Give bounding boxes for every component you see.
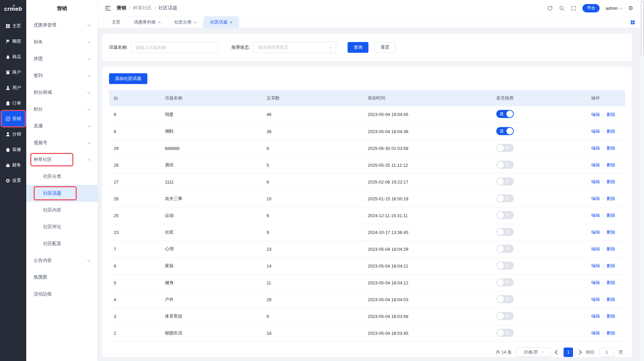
- recommend-toggle[interactable]: 否: [496, 295, 514, 303]
- menu-item-live[interactable]: 直播: [26, 118, 98, 134]
- rail-item-finance[interactable]: 财务: [0, 157, 26, 173]
- menu-item-community-comment[interactable]: 社区评论: [26, 218, 98, 235]
- menu-item-atmosphere[interactable]: 氛围图: [26, 269, 98, 286]
- delete-link[interactable]: 删除: [606, 179, 615, 184]
- close-icon[interactable]: ×: [194, 20, 197, 25]
- fullscreen-icon[interactable]: [571, 5, 576, 11]
- recommend-toggle[interactable]: 否: [496, 278, 514, 286]
- platform-badge[interactable]: 平台: [582, 4, 600, 12]
- menu-item-community-topic[interactable]: 社区话题: [26, 185, 98, 202]
- user-menu[interactable]: admin: [606, 6, 622, 11]
- rail-item-user[interactable]: 用户: [0, 80, 26, 95]
- delete-link[interactable]: 删除: [606, 146, 615, 151]
- add-topic-button[interactable]: 添加社区话题: [109, 73, 147, 84]
- edit-link[interactable]: 编辑: [591, 146, 600, 151]
- close-icon[interactable]: ×: [158, 20, 161, 25]
- recommend-toggle[interactable]: 否: [496, 262, 514, 270]
- recommend-toggle[interactable]: 否: [496, 312, 514, 320]
- recommend-toggle[interactable]: 否: [496, 228, 514, 236]
- edit-link[interactable]: 编辑: [591, 246, 600, 251]
- rail-item-decorate[interactable]: 装修: [0, 142, 26, 157]
- page-size-select[interactable]: 20条/页: [516, 348, 551, 357]
- breadcrumb-seeding-community[interactable]: 种草社区: [133, 5, 152, 11]
- rail-item-goods[interactable]: 商品: [0, 49, 26, 65]
- topic-name-input[interactable]: [131, 42, 218, 53]
- menu-item-seckill[interactable]: 秒杀: [26, 34, 98, 50]
- edit-link[interactable]: 编辑: [591, 263, 600, 268]
- search-button[interactable]: 查询: [348, 42, 368, 53]
- edit-link[interactable]: 编辑: [591, 297, 600, 302]
- menu-item-points[interactable]: 积分: [26, 101, 98, 118]
- delete-link[interactable]: 删除: [606, 280, 615, 285]
- table-row: 26农夫三拳102025-01-15 16:50:19否编辑|删除: [109, 190, 625, 207]
- edit-link[interactable]: 编辑: [591, 230, 600, 235]
- menu-item-video-account[interactable]: 视频号: [26, 134, 98, 151]
- recommend-toggle[interactable]: 否: [496, 329, 514, 337]
- recommend-toggle[interactable]: 是: [496, 127, 514, 135]
- rail-item-distribution[interactable]: 分销: [0, 126, 26, 142]
- menu-item-points-mall[interactable]: 积分商城: [26, 84, 98, 101]
- menu-item-community-content[interactable]: 社区内容: [26, 202, 98, 218]
- menu-item-seeding-community[interactable]: 种草社区: [26, 151, 98, 168]
- edit-link[interactable]: 编辑: [591, 179, 600, 184]
- delete-link[interactable]: 删除: [606, 230, 615, 235]
- edit-link[interactable]: 编辑: [591, 112, 600, 117]
- breadcrumb-marketing[interactable]: 营销: [117, 5, 126, 11]
- rail-item-marketing[interactable]: 营销: [0, 111, 26, 126]
- delete-link[interactable]: 删除: [606, 162, 615, 167]
- rail-item-settings[interactable]: 设置: [0, 173, 26, 188]
- menu-item-sign-in[interactable]: 签到: [26, 67, 98, 84]
- recommend-toggle[interactable]: 否: [496, 144, 514, 152]
- menu-item-group-buy[interactable]: 拼团: [26, 50, 98, 67]
- delete-link[interactable]: 删除: [606, 263, 615, 268]
- recommend-toggle[interactable]: 否: [496, 161, 514, 169]
- collapse-menu-icon[interactable]: [105, 6, 111, 10]
- delete-link[interactable]: 删除: [606, 112, 615, 117]
- delete-link[interactable]: 删除: [606, 213, 615, 218]
- close-icon[interactable]: ×: [230, 20, 232, 25]
- recommend-toggle[interactable]: 否: [496, 177, 514, 186]
- delete-link[interactable]: 删除: [606, 246, 615, 251]
- rail-item-circle[interactable]: 圈层: [0, 34, 26, 49]
- delete-link[interactable]: 删除: [606, 314, 615, 319]
- menu-item-community-config[interactable]: 社区配置: [26, 235, 98, 252]
- rail-item-home[interactable]: 主页: [0, 18, 26, 34]
- goto-page-input[interactable]: [599, 348, 614, 357]
- recommend-toggle[interactable]: 否: [496, 194, 514, 202]
- delete-link[interactable]: 删除: [606, 330, 615, 335]
- next-page-icon[interactable]: [577, 350, 582, 354]
- edit-link[interactable]: 编辑: [591, 314, 600, 319]
- search-icon[interactable]: [559, 5, 565, 11]
- menu-item-community-category[interactable]: 社区分类: [26, 168, 98, 185]
- recommend-toggle[interactable]: 否: [496, 245, 514, 253]
- edit-link[interactable]: 编辑: [591, 280, 600, 285]
- tab-community-category[interactable]: 社区分类×: [168, 16, 204, 28]
- menu-item-coupon-manage[interactable]: 优惠券管理: [26, 17, 98, 34]
- prev-page-icon[interactable]: [555, 350, 560, 354]
- recommend-toggle[interactable]: 是: [496, 110, 514, 118]
- tab-options-grid-icon[interactable]: [630, 20, 635, 25]
- rail-item-order[interactable]: 订单: [0, 95, 26, 111]
- reset-button[interactable]: 重置: [374, 42, 395, 53]
- menu-item-announcement[interactable]: 公告内容: [26, 252, 98, 269]
- current-page[interactable]: 1: [564, 348, 573, 357]
- scrollbar-thumb[interactable]: [641, 1, 644, 56]
- delete-link[interactable]: 删除: [606, 129, 615, 134]
- edit-link[interactable]: 编辑: [591, 213, 600, 218]
- settings-gear-icon[interactable]: ⚙: [628, 5, 633, 11]
- edit-link[interactable]: 编辑: [591, 162, 600, 167]
- recommend-toggle[interactable]: 否: [496, 211, 514, 219]
- rail-item-merchant[interactable]: 商户: [0, 65, 26, 80]
- edit-link[interactable]: 编辑: [591, 129, 600, 134]
- tab-home[interactable]: 主页: [105, 16, 127, 28]
- edit-link[interactable]: 编辑: [591, 196, 600, 201]
- tab-coupon-list[interactable]: 优惠券列表×: [127, 16, 168, 28]
- menu-item-activity-border[interactable]: 活动边框: [26, 286, 98, 303]
- delete-link[interactable]: 删除: [606, 196, 615, 201]
- refresh-icon[interactable]: [547, 5, 553, 11]
- edit-link[interactable]: 编辑: [591, 330, 600, 335]
- recommend-status-select[interactable]: 请选择推荐状态: [253, 42, 336, 53]
- delete-link[interactable]: 删除: [606, 297, 615, 302]
- table-row: 3体育竞技92023-05-04 18:03:56否编辑|删除: [109, 308, 625, 325]
- tab-community-topic[interactable]: 社区话题×: [203, 16, 239, 28]
